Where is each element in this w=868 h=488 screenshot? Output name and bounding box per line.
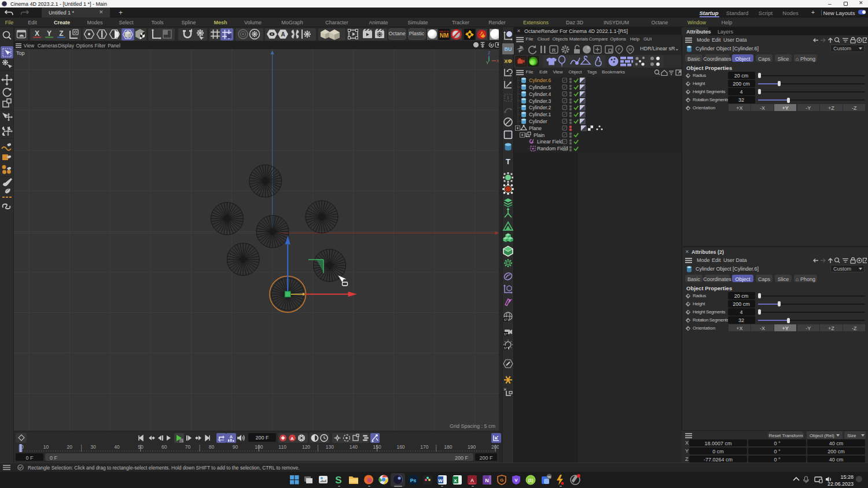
svg-text:60: 60 xyxy=(161,444,167,450)
svg-text:130: 130 xyxy=(326,444,334,450)
svg-text:A: A xyxy=(470,478,475,483)
svg-text:20: 20 xyxy=(67,444,72,450)
svg-text:70: 70 xyxy=(185,444,191,450)
svg-text:Cylinder.6: Cylinder.6 xyxy=(529,77,551,83)
svg-text:170: 170 xyxy=(420,444,428,450)
svg-text:140: 140 xyxy=(350,444,358,450)
svg-text:120: 120 xyxy=(302,444,310,450)
svg-text:Cylinder.1: Cylinder.1 xyxy=(529,112,551,117)
svg-text:10: 10 xyxy=(43,444,49,450)
svg-text:Y: Y xyxy=(486,61,489,65)
svg-text:SET: SET xyxy=(179,439,184,442)
svg-text:✕: ✕ xyxy=(503,387,507,391)
svg-text:40: 40 xyxy=(114,444,120,450)
svg-text:Grid Spacing : 5 cm: Grid Spacing : 5 cm xyxy=(450,423,495,429)
svg-text:A: A xyxy=(230,434,233,439)
svg-text:Cylinder: Cylinder xyxy=(529,119,547,124)
svg-text:Z: Z xyxy=(488,51,491,55)
svg-text:Cylinder.4: Cylinder.4 xyxy=(529,91,551,97)
svg-text:G: G xyxy=(500,478,503,483)
svg-text:A: A xyxy=(290,436,294,441)
svg-text:200: 200 xyxy=(491,444,499,450)
svg-text:30: 30 xyxy=(90,444,96,450)
svg-text:160: 160 xyxy=(396,444,404,450)
svg-text:V: V xyxy=(514,478,518,483)
svg-text:F: F xyxy=(618,47,621,52)
svg-text:Plane: Plane xyxy=(529,125,542,131)
svg-text:ST: ST xyxy=(504,346,507,350)
svg-text:ST: ST xyxy=(504,332,507,336)
svg-text:X: X xyxy=(454,478,457,483)
svg-text:Top: Top xyxy=(16,50,25,56)
svg-text:180: 180 xyxy=(444,444,452,450)
svg-text:90: 90 xyxy=(233,444,238,450)
svg-text:(1): (1) xyxy=(528,478,534,483)
svg-text:XΦ: XΦ xyxy=(504,58,512,64)
svg-text:Cylinder.2: Cylinder.2 xyxy=(529,105,551,110)
svg-text:Plain: Plain xyxy=(534,132,545,138)
svg-text:Cylinder.5: Cylinder.5 xyxy=(529,84,551,90)
svg-text:ST: ST xyxy=(504,318,507,321)
svg-text:56: 56 xyxy=(547,475,551,479)
svg-text:M: M xyxy=(628,47,632,52)
svg-text:N: N xyxy=(485,478,489,483)
svg-text:Linear Field: Linear Field xyxy=(537,139,563,145)
svg-text:Ps: Ps xyxy=(410,478,417,483)
svg-text:S: S xyxy=(335,475,341,486)
svg-text:T: T xyxy=(506,157,510,166)
svg-text:W: W xyxy=(438,478,443,483)
svg-text:Cylinder.3: Cylinder.3 xyxy=(529,98,551,104)
svg-text:80: 80 xyxy=(209,444,215,450)
svg-text:R: R xyxy=(552,47,556,53)
svg-text:190: 190 xyxy=(468,444,476,450)
svg-text:A: A xyxy=(281,31,285,38)
svg-text:110: 110 xyxy=(278,444,286,450)
svg-text:BU: BU xyxy=(505,46,512,52)
